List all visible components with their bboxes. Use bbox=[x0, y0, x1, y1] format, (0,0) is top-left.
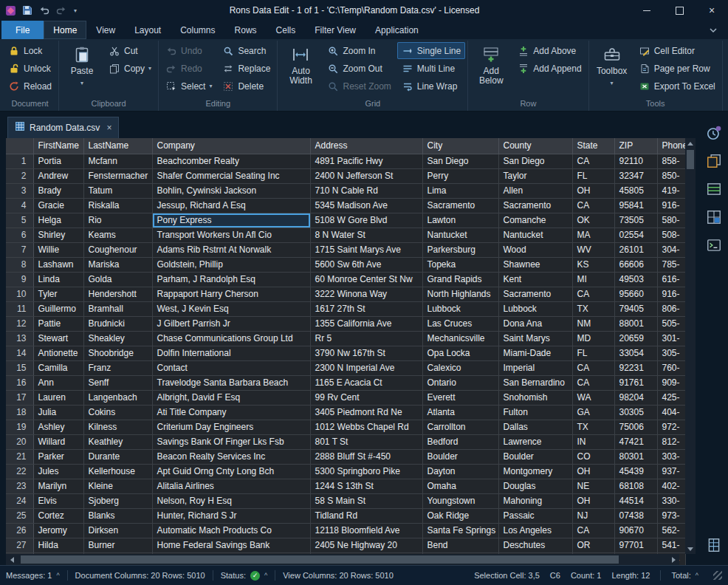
grid-cell[interactable]: CA bbox=[572, 287, 614, 301]
grid-cell[interactable]: Durante bbox=[83, 449, 152, 464]
grid-cell[interactable]: 12118 Bloomfield Ave bbox=[310, 523, 422, 538]
grid-cell[interactable]: Dayton bbox=[422, 464, 498, 479]
cell-grid-icon[interactable] bbox=[703, 206, 725, 228]
grid-cell[interactable]: 710 N Cable Rd bbox=[310, 183, 422, 198]
grid-cell[interactable]: Linda bbox=[33, 272, 83, 287]
grid-cell[interactable]: Lubbock bbox=[498, 301, 572, 316]
menu-filter-view[interactable]: Filter View bbox=[305, 21, 365, 39]
grid-cell[interactable]: Apt Guid Orng Cnty Long Bch bbox=[152, 464, 310, 479]
grid-cell[interactable]: Camilla bbox=[33, 360, 83, 375]
grid-cell[interactable]: 616- bbox=[657, 272, 685, 287]
row-number[interactable]: 12 bbox=[6, 316, 33, 331]
menu-application[interactable]: Application bbox=[365, 21, 428, 39]
grid-cell[interactable]: 58 S Main St bbox=[310, 493, 422, 508]
grid-cell[interactable]: MD bbox=[572, 331, 614, 346]
grid-cell[interactable]: Atlanta bbox=[422, 405, 498, 420]
selected-cell[interactable]: Pony Express bbox=[152, 213, 310, 228]
grid-cell[interactable]: CA bbox=[572, 360, 614, 375]
grid-cell[interactable]: Jeromy bbox=[33, 523, 83, 538]
grid-cell[interactable]: 425- bbox=[657, 390, 685, 405]
grid-cell[interactable]: Shoobridge bbox=[83, 346, 152, 360]
grid-cell[interactable]: Dona Ana bbox=[498, 316, 572, 331]
grid-cell[interactable]: Los Angeles bbox=[498, 523, 572, 538]
grid-cell[interactable]: Bramhall bbox=[83, 301, 152, 316]
grid-cell[interactable]: Deschutes bbox=[498, 538, 572, 552]
grid-cell[interactable]: Saint Marys bbox=[498, 331, 572, 346]
grid-cell[interactable]: 303- bbox=[657, 449, 685, 464]
grid-cell[interactable]: 760- bbox=[657, 360, 685, 375]
grid-cell[interactable]: 305- bbox=[657, 346, 685, 360]
status-indicator[interactable]: Status: ✓ ^ bbox=[221, 571, 267, 581]
grid-cell[interactable]: 60 Monroe Center St Nw bbox=[310, 272, 422, 287]
grid-cell[interactable]: Shafer Commercial Seating Inc bbox=[152, 168, 310, 183]
grid-cell[interactable]: Albright, David F Esq bbox=[152, 390, 310, 405]
status-expand-icon[interactable]: ^ bbox=[264, 572, 267, 579]
grid-cell[interactable]: Lubbock bbox=[422, 301, 498, 316]
cut-button[interactable]: Cut bbox=[104, 42, 156, 59]
console-icon[interactable] bbox=[703, 234, 725, 256]
undo-button[interactable]: Undo bbox=[161, 42, 216, 59]
grid-cell[interactable]: Mariska bbox=[83, 257, 152, 272]
grid-cell[interactable]: Jessup, Richard A Esq bbox=[152, 198, 310, 213]
grid-cell[interactable]: IN bbox=[572, 434, 614, 449]
grid-cell[interactable]: Mahoning bbox=[498, 493, 572, 508]
column-header-lastname[interactable]: LastName bbox=[83, 138, 152, 154]
grid-cell[interactable]: West, J Kevin Esq bbox=[152, 301, 310, 316]
grid-cell[interactable]: Dirksen bbox=[83, 523, 152, 538]
grid-cell[interactable]: Youngstown bbox=[422, 493, 498, 508]
grid-cell[interactable]: 404- bbox=[657, 405, 685, 420]
grid-cell[interactable]: Shirley bbox=[33, 228, 83, 242]
grid-cell[interactable]: MI bbox=[572, 272, 614, 287]
grid-cell[interactable]: Travelodge Santa Barbara Beach bbox=[152, 375, 310, 390]
grid-cell[interactable]: 91761 bbox=[614, 375, 657, 390]
grid-cell[interactable]: 33054 bbox=[614, 346, 657, 360]
grid-cell[interactable]: North Highlands bbox=[422, 287, 498, 301]
menu-home[interactable]: Home bbox=[44, 21, 86, 39]
grid-cell[interactable]: Hilda bbox=[33, 538, 83, 552]
grid-cell[interactable]: CA bbox=[572, 375, 614, 390]
grid-cell[interactable]: WA bbox=[572, 390, 614, 405]
grid-cell[interactable]: Coughenour bbox=[83, 242, 152, 257]
grid-cell[interactable]: OH bbox=[572, 493, 614, 508]
grid-cell[interactable]: Montgomery bbox=[498, 464, 572, 479]
sheet-export-icon[interactable] bbox=[703, 534, 725, 556]
grid-cell[interactable]: 32347 bbox=[614, 168, 657, 183]
grid-cell[interactable]: CA bbox=[572, 523, 614, 538]
grid-cell[interactable]: Tatum bbox=[83, 183, 152, 198]
grid-cell[interactable]: Senff bbox=[83, 375, 152, 390]
grid-cell[interactable]: Parham, J Randolph Esq bbox=[152, 272, 310, 287]
column-header-company[interactable]: Company bbox=[152, 138, 310, 154]
grid-cell[interactable]: Fulton bbox=[498, 405, 572, 420]
duplicate-sheet-icon[interactable] bbox=[703, 150, 725, 172]
grid-cell[interactable]: NM bbox=[572, 316, 614, 331]
grid-cell[interactable]: Lashawn bbox=[33, 257, 83, 272]
grid-cell[interactable]: Tidland Rd bbox=[310, 508, 422, 523]
grid-cell[interactable]: Hunter, Richard S Jr bbox=[152, 508, 310, 523]
grid-cell[interactable]: OH bbox=[572, 464, 614, 479]
grid-cell[interactable]: 07438 bbox=[614, 508, 657, 523]
grid-cell[interactable]: Mcfann bbox=[83, 154, 152, 168]
grid-cell[interactable]: Bedford bbox=[422, 434, 498, 449]
grid-cell[interactable]: Calexico bbox=[422, 360, 498, 375]
grid-cell[interactable]: 1012 Webbs Chapel Rd bbox=[310, 420, 422, 434]
save-icon[interactable] bbox=[21, 4, 33, 16]
scroll-down-icon[interactable] bbox=[685, 544, 696, 554]
redo-icon[interactable] bbox=[55, 4, 67, 16]
grid-cell[interactable]: 98204 bbox=[614, 390, 657, 405]
page-per-row-button[interactable]: Page per Row bbox=[634, 60, 720, 77]
reload-button[interactable]: Reload bbox=[4, 78, 56, 95]
zoom-out-button[interactable]: Zoom Out bbox=[323, 60, 395, 77]
grid-cell[interactable]: 508- bbox=[657, 228, 685, 242]
grid-cell[interactable]: Automatic Mach Products Co bbox=[152, 523, 310, 538]
grid-cell[interactable]: 937- bbox=[657, 464, 685, 479]
grid-cell[interactable]: Alitalia Airlines bbox=[152, 479, 310, 493]
grid-cell[interactable]: 3405 Piedmont Rd Ne bbox=[310, 405, 422, 420]
menu-view[interactable]: View bbox=[86, 21, 125, 39]
grid-cell[interactable]: Bend bbox=[422, 538, 498, 552]
quick-access-caret-icon[interactable]: ▾ bbox=[72, 7, 78, 14]
grid-cell[interactable]: WV bbox=[572, 242, 614, 257]
grid-cell[interactable]: Willard bbox=[33, 434, 83, 449]
menu-cells[interactable]: Cells bbox=[267, 21, 306, 39]
column-header-address[interactable]: Address bbox=[310, 138, 422, 154]
vertical-scroll-thumb[interactable] bbox=[687, 150, 694, 169]
